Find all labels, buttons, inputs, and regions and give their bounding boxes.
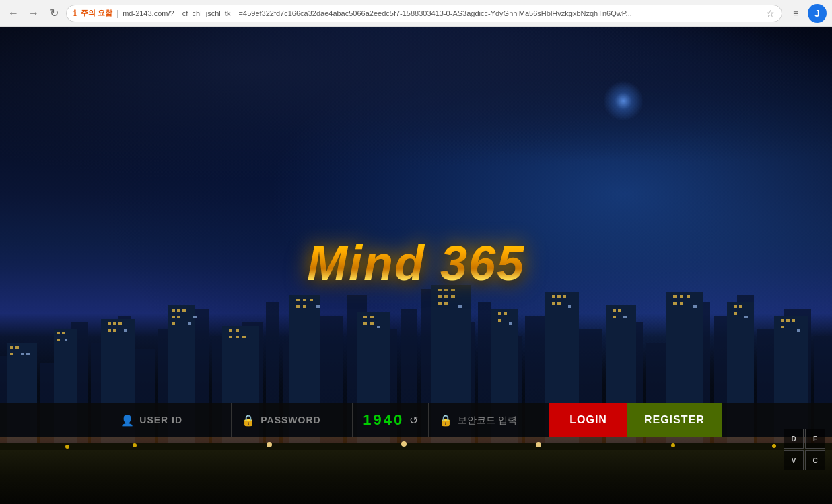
svg-rect-117 (458, 305, 462, 308)
password-field: 🔒 (232, 403, 353, 437)
svg-rect-53 (108, 322, 111, 325)
svg-rect-50 (57, 332, 60, 334)
svg-rect-72 (296, 305, 300, 308)
svg-rect-65 (236, 329, 239, 332)
bookmark-star-icon[interactable]: ☆ (766, 8, 775, 19)
svg-rect-122 (744, 316, 748, 318)
address-bar[interactable]: ℹ 주의 요함 | md-2143.com/?__cf_chl_jschl_tk… (66, 5, 782, 22)
corner-icon-d[interactable]: D (784, 429, 804, 449)
security-code-input[interactable] (458, 415, 539, 425)
svg-rect-55 (118, 322, 122, 325)
svg-rect-57 (113, 329, 116, 332)
site-title: Mind 365 (307, 236, 525, 291)
password-lock-icon: 🔒 (242, 414, 255, 427)
corner-icons-bottom-row: V C (784, 450, 825, 470)
moon-glow (603, 81, 644, 121)
svg-rect-81 (438, 295, 442, 298)
svg-rect-59 (177, 309, 180, 312)
user-avatar[interactable]: J (808, 4, 827, 23)
svg-rect-62 (177, 316, 180, 318)
svg-rect-91 (563, 295, 566, 298)
svg-rect-68 (242, 336, 246, 338)
svg-point-129 (133, 443, 137, 447)
security-code-field: 🔒 (429, 403, 549, 437)
svg-rect-48 (15, 346, 19, 349)
user-icon: 👤 (120, 414, 134, 427)
svg-rect-73 (303, 305, 306, 308)
svg-rect-66 (229, 336, 232, 338)
userid-input[interactable] (139, 415, 220, 425)
svg-rect-47 (10, 346, 13, 349)
svg-rect-123 (797, 329, 800, 332)
svg-rect-94 (613, 309, 616, 312)
svg-rect-71 (310, 299, 313, 301)
svg-rect-85 (444, 302, 448, 305)
svg-rect-120 (623, 316, 627, 318)
url-text: md-2143.com/?__cf_chl_jschl_tk__=459ef32… (123, 9, 762, 17)
forward-button[interactable]: → (26, 5, 42, 22)
svg-rect-64 (229, 329, 232, 332)
svg-rect-77 (370, 322, 374, 325)
svg-rect-105 (781, 319, 784, 322)
svg-point-133 (671, 443, 675, 447)
svg-rect-67 (236, 336, 239, 338)
svg-rect-54 (113, 322, 116, 325)
svg-rect-107 (792, 319, 795, 322)
svg-rect-115 (316, 305, 320, 308)
svg-rect-109 (21, 353, 24, 355)
page-content: Mind 365 👤 🔒 1940 ↺ 🔒 LOGIN REGISTER (0, 27, 832, 504)
svg-rect-82 (444, 295, 448, 298)
svg-rect-111 (65, 339, 67, 341)
svg-rect-75 (370, 316, 374, 318)
svg-rect-90 (557, 295, 561, 298)
security-warning-text: 주의 요함 (81, 8, 112, 18)
back-button[interactable]: ← (5, 5, 22, 22)
browser-actions: ≡ J (786, 4, 827, 23)
svg-rect-63 (172, 322, 175, 325)
svg-rect-119 (568, 305, 571, 308)
svg-rect-87 (504, 312, 507, 315)
svg-rect-83 (451, 295, 455, 298)
reload-button[interactable]: ↻ (46, 5, 62, 22)
svg-rect-92 (552, 302, 555, 305)
corner-icon-c[interactable]: C (805, 450, 825, 470)
svg-point-134 (772, 444, 776, 448)
captcha-field: 1940 ↺ (353, 403, 429, 437)
svg-rect-95 (618, 309, 621, 312)
separator: | (116, 9, 118, 18)
menu-icon[interactable]: ≡ (786, 4, 805, 23)
svg-rect-49 (10, 353, 13, 355)
register-button[interactable]: REGISTER (627, 403, 722, 437)
svg-rect-102 (734, 305, 737, 308)
svg-rect-101 (680, 302, 683, 305)
svg-rect-113 (188, 322, 191, 325)
captcha-refresh-icon[interactable]: ↺ (409, 414, 418, 427)
svg-rect-116 (377, 326, 380, 328)
svg-rect-84 (438, 302, 442, 305)
svg-rect-88 (498, 319, 501, 322)
corner-icon-v[interactable]: V (784, 450, 804, 470)
svg-rect-97 (673, 295, 677, 298)
road-layer (0, 450, 832, 504)
svg-rect-89 (552, 295, 555, 298)
svg-rect-103 (739, 305, 742, 308)
svg-rect-69 (296, 299, 300, 301)
svg-rect-108 (781, 326, 784, 328)
captcha-value: 1940 (363, 411, 404, 429)
svg-rect-99 (687, 295, 690, 298)
corner-icon-f[interactable]: F (805, 429, 825, 449)
svg-rect-58 (172, 309, 175, 312)
svg-rect-93 (557, 302, 561, 305)
corner-icons: D F V C (784, 429, 825, 470)
svg-rect-76 (363, 322, 367, 325)
security-warning-icon: ℹ (73, 8, 77, 18)
svg-rect-112 (124, 329, 127, 332)
svg-rect-56 (108, 329, 111, 332)
password-input[interactable] (261, 415, 341, 425)
svg-rect-114 (193, 316, 197, 318)
svg-rect-96 (613, 316, 616, 318)
login-button[interactable]: LOGIN (549, 403, 627, 437)
svg-rect-98 (680, 295, 683, 298)
svg-rect-100 (673, 302, 677, 305)
svg-rect-52 (57, 339, 60, 341)
